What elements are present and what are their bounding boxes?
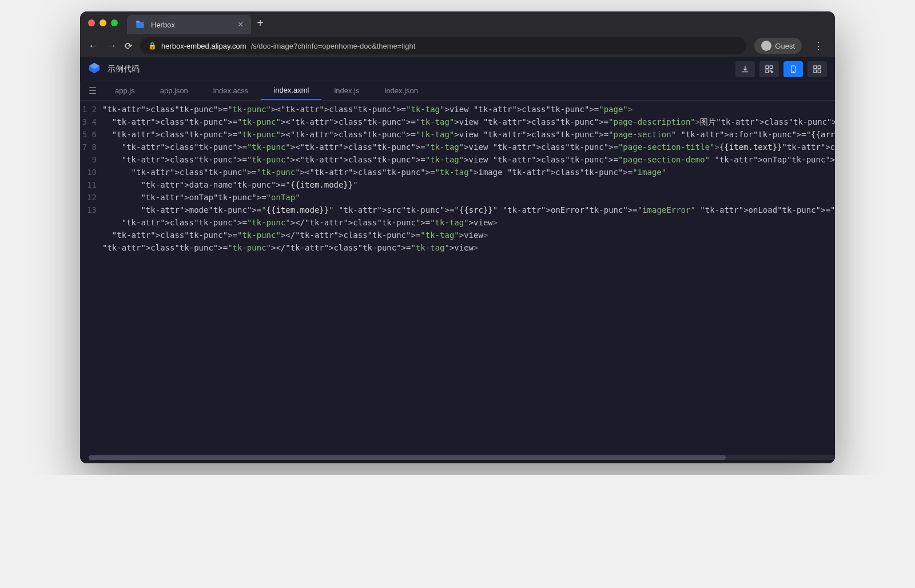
code-content[interactable]: "tk-attr">class"tk-punc">="tk-punc"><"tk… — [102, 101, 835, 455]
code-editor[interactable]: 1 2 3 4 5 6 7 8 9 10 11 12 13 "tk-attr">… — [81, 101, 835, 455]
editor-area: ☰ app.jsapp.jsonindex.acssindex.axmlinde… — [81, 81, 835, 463]
url-host: herbox-embed.alipay.com — [161, 42, 246, 50]
lock-icon: 🔒 — [148, 42, 157, 50]
herbox-logo-icon — [88, 62, 101, 76]
svg-rect-6 — [766, 70, 769, 73]
tab-app-js[interactable]: app.js — [102, 81, 148, 100]
tab-app-json[interactable]: app.json — [148, 81, 201, 100]
avatar-icon — [761, 41, 771, 51]
minimize-window-icon[interactable] — [100, 19, 106, 26]
window-titlebar: Herbox × + — [80, 11, 835, 34]
forward-button[interactable]: → — [106, 40, 117, 52]
browser-toolbar: ← → ⟳ 🔒 herbox-embed.alipay.com/s/doc-im… — [80, 34, 835, 57]
herbox-title: 示例代码 — [108, 64, 729, 74]
svg-rect-0 — [136, 22, 144, 29]
svg-rect-1 — [136, 21, 140, 23]
svg-rect-11 — [814, 70, 817, 73]
svg-rect-10 — [818, 66, 821, 69]
new-tab-button[interactable]: + — [257, 17, 264, 30]
tab-index-json[interactable]: index.json — [372, 81, 431, 100]
back-button[interactable]: ← — [88, 40, 98, 52]
download-button[interactable] — [735, 61, 755, 77]
svg-rect-5 — [770, 66, 773, 69]
svg-rect-4 — [766, 66, 769, 69]
reload-button[interactable]: ⟳ — [125, 41, 132, 51]
phone-preview-button[interactable] — [783, 61, 803, 77]
tab-index-acss[interactable]: index.acss — [201, 81, 261, 100]
svg-rect-9 — [814, 66, 817, 69]
horizontal-scroll[interactable] — [81, 455, 835, 463]
tab-index-axml[interactable]: index.axml — [261, 81, 321, 100]
herbox-header: 示例代码 — [80, 57, 835, 81]
address-bar[interactable]: 🔒 herbox-embed.alipay.com/s/doc-image?ch… — [140, 37, 746, 54]
qrcode-button[interactable] — [759, 61, 779, 77]
url-path: /s/doc-image?chInfo=openhome-doc&theme=l… — [251, 42, 416, 50]
profile-label: Guest — [775, 42, 795, 50]
browser-tab[interactable]: Herbox × — [127, 15, 251, 34]
editor-tabs: ☰ app.jsapp.jsonindex.acssindex.axmlinde… — [81, 81, 835, 101]
close-window-icon[interactable] — [88, 19, 95, 26]
line-numbers: 1 2 3 4 5 6 7 8 9 10 11 12 13 — [81, 101, 102, 455]
maximize-window-icon[interactable] — [111, 19, 118, 26]
traffic-lights[interactable] — [88, 19, 118, 26]
close-tab-icon[interactable]: × — [238, 19, 243, 30]
hamburger-icon[interactable]: ☰ — [83, 85, 102, 96]
browser-menu-button[interactable]: ⋮ — [810, 39, 827, 52]
favicon-icon — [135, 19, 145, 30]
svg-rect-12 — [818, 70, 821, 73]
tab-index-js[interactable]: index.js — [321, 81, 372, 100]
layout-grid-button[interactable] — [807, 61, 827, 77]
tab-title: Herbox — [151, 21, 175, 29]
profile-button[interactable]: Guest — [754, 38, 802, 54]
